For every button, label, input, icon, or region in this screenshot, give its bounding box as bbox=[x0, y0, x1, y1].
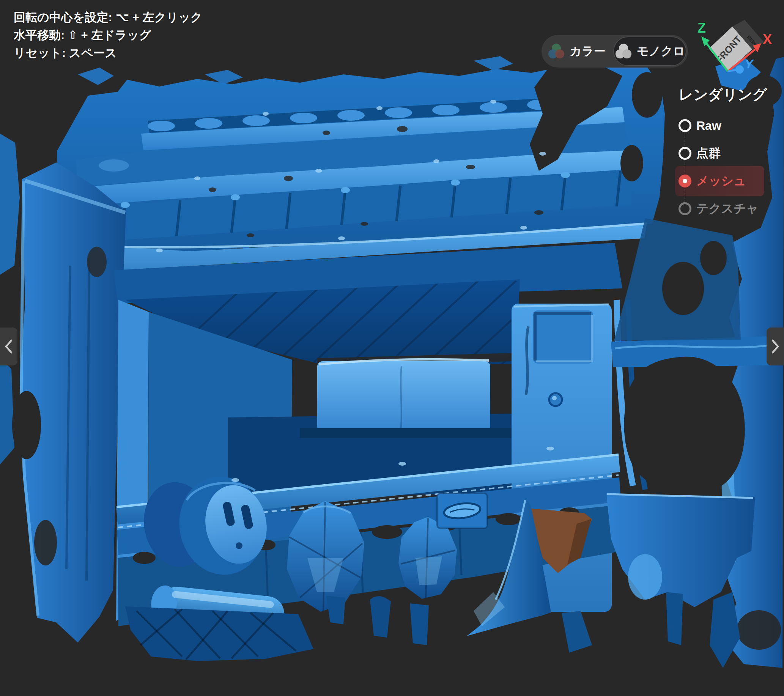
render-option-pointcloud[interactable]: 点群 bbox=[679, 145, 721, 162]
render-option-texture-label: テクスチャ bbox=[696, 200, 759, 217]
rendering-panel: レンダリング Raw 点群 メッシュ テクスチャ bbox=[679, 85, 769, 229]
mono-mode-button[interactable]: モノクロ bbox=[613, 36, 687, 66]
color-mode-button[interactable]: カラー bbox=[542, 35, 612, 68]
mesh-panel-button bbox=[533, 310, 593, 364]
mesh-viewport[interactable] bbox=[0, 0, 784, 696]
rgb-circles-icon bbox=[548, 43, 565, 59]
gizmo-x-label: X bbox=[763, 31, 772, 47]
gizmo-z-label: Z bbox=[697, 20, 706, 36]
next-view-button[interactable] bbox=[766, 328, 784, 365]
gizmo-y-label: Y bbox=[744, 56, 754, 71]
orientation-gizmo[interactable]: RIGHT FRONT Z X Y bbox=[687, 3, 784, 81]
radio-pointcloud[interactable] bbox=[679, 147, 692, 160]
gray-circles-icon bbox=[615, 43, 632, 59]
hint-pan: 水平移動: ⇧ + 左ドラッグ bbox=[14, 26, 202, 44]
hint-rotation-center: 回転の中心を設定: ⌥ + 左クリック bbox=[14, 8, 202, 26]
hint-reset: リセット: スペース bbox=[14, 44, 202, 62]
display-mode-toggle: カラー モノクロ bbox=[542, 35, 688, 68]
render-option-pointcloud-label: 点群 bbox=[696, 145, 721, 162]
color-mode-label: カラー bbox=[570, 43, 605, 59]
mono-mode-label: モノクロ bbox=[637, 43, 685, 59]
shortcut-hints: 回転の中心を設定: ⌥ + 左クリック 水平移動: ⇧ + 左ドラッグ リセット… bbox=[14, 8, 202, 62]
gizmo-y-sphere bbox=[735, 65, 744, 74]
render-option-texture[interactable]: テクスチャ bbox=[679, 200, 759, 218]
rendering-panel-title: レンダリング bbox=[679, 85, 769, 104]
prev-view-button[interactable] bbox=[0, 328, 18, 365]
radio-texture[interactable] bbox=[679, 202, 692, 215]
radio-mesh[interactable] bbox=[679, 175, 692, 188]
chevron-right-icon bbox=[770, 338, 780, 355]
mesh-hole bbox=[624, 357, 745, 495]
chevron-left-icon bbox=[4, 338, 14, 355]
render-option-raw[interactable]: Raw bbox=[679, 117, 721, 134]
radio-raw[interactable] bbox=[679, 119, 692, 132]
render-option-raw-label: Raw bbox=[696, 119, 721, 133]
render-option-mesh[interactable]: メッシュ bbox=[675, 166, 764, 196]
render-option-mesh-label: メッシュ bbox=[696, 173, 746, 190]
